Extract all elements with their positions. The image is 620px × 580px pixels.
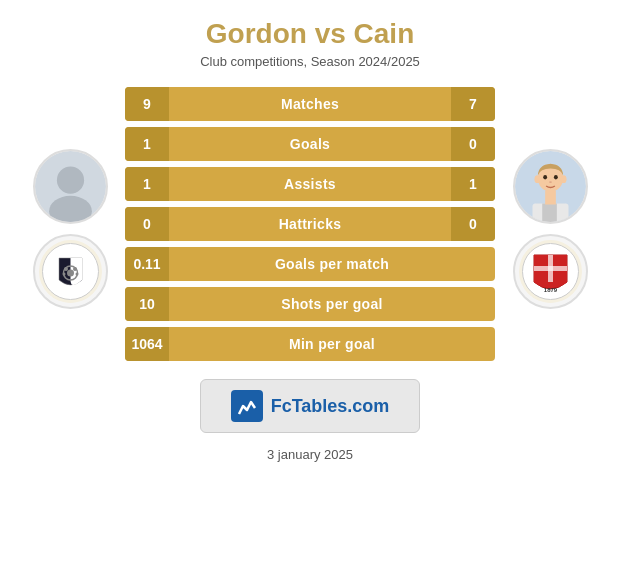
stat-label-text: Shots per goal (169, 296, 495, 312)
stat-row-assists: 1Assists1 (125, 167, 495, 201)
cain-player-avatar (513, 149, 588, 224)
stat-right-value: 0 (451, 127, 495, 161)
stat-row-hattricks: 0Hattricks0 (125, 207, 495, 241)
right-avatars: 1879 (495, 139, 605, 309)
gordon-player-avatar (33, 149, 108, 224)
svg-rect-20 (545, 191, 556, 205)
stats-column: 9Matches71Goals01Assists10Hattricks00.11… (125, 87, 495, 361)
stat-row-min-per-goal: 1064Min per goal (125, 327, 495, 361)
left-avatars (15, 139, 125, 309)
stat-label-text: Matches (169, 96, 451, 112)
page-subtitle: Club competitions, Season 2024/2025 (200, 54, 420, 69)
stat-right-value: 0 (451, 207, 495, 241)
fctables-brand-name: FcTables.com (271, 396, 390, 417)
page-container: Gordon vs Cain Club competitions, Season… (0, 0, 620, 580)
svg-point-1 (56, 167, 83, 194)
stat-row-matches: 9Matches7 (125, 87, 495, 121)
stat-row-shots-per-goal: 10Shots per goal (125, 287, 495, 321)
stat-left-value: 1 (125, 127, 169, 161)
stat-left-value: 10 (125, 287, 169, 321)
svg-point-13 (534, 175, 540, 183)
svg-point-6 (67, 270, 74, 277)
red-club-badge: 1879 (513, 234, 588, 309)
svg-rect-26 (233, 392, 261, 420)
footer-date: 3 january 2025 (267, 447, 353, 462)
svg-point-14 (560, 175, 566, 183)
svg-point-17 (549, 181, 552, 183)
stat-left-value: 0.11 (125, 247, 169, 281)
fctables-icon (231, 390, 263, 422)
svg-point-10 (75, 273, 78, 276)
stat-row-goals: 1Goals0 (125, 127, 495, 161)
stat-label-text: Hattricks (169, 216, 451, 232)
stat-left-value: 1 (125, 167, 169, 201)
svg-rect-24 (534, 266, 567, 271)
stat-label-text: Min per goal (169, 336, 495, 352)
stat-label-text: Goals per match (169, 256, 495, 272)
svg-point-16 (553, 175, 557, 179)
svg-point-8 (73, 267, 77, 271)
svg-rect-19 (542, 204, 557, 223)
stat-left-value: 0 (125, 207, 169, 241)
stat-row-goals-per-match: 0.11Goals per match (125, 247, 495, 281)
stat-right-value: 7 (451, 87, 495, 121)
svg-point-9 (62, 273, 65, 276)
fctables-banner[interactable]: FcTables.com (200, 379, 421, 433)
page-title: Gordon vs Cain (206, 18, 414, 50)
stat-right-value: 1 (451, 167, 495, 201)
stat-left-value: 1064 (125, 327, 169, 361)
svg-point-15 (543, 175, 547, 179)
svg-point-7 (64, 267, 68, 271)
main-content: 9Matches71Goals01Assists10Hattricks00.11… (10, 87, 610, 361)
stat-left-value: 9 (125, 87, 169, 121)
stat-label-text: Assists (169, 176, 451, 192)
stat-label-text: Goals (169, 136, 451, 152)
notts-county-badge (33, 234, 108, 309)
svg-text:1879: 1879 (543, 287, 557, 293)
